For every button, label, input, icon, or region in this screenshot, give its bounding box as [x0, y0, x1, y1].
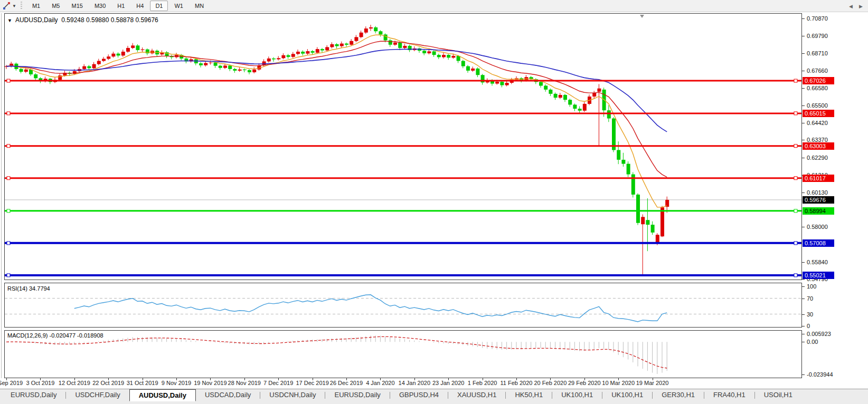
hline-handle[interactable] — [7, 242, 10, 245]
timeframe-button-w1[interactable]: W1 — [169, 1, 188, 11]
caret-down-icon[interactable]: ▼ — [12, 4, 16, 8]
hline-handle[interactable] — [7, 209, 10, 213]
candle — [656, 235, 659, 243]
candle — [335, 44, 339, 46]
candle — [243, 70, 247, 70]
rsi-line — [74, 295, 667, 322]
date-label: 19 Nov 2019 — [194, 380, 227, 386]
hline-0.58994[interactable] — [5, 209, 801, 213]
symbol-tab-uk100-9[interactable]: UK100,H1 — [552, 389, 602, 401]
macd-name: MACD(12,26,9) — [7, 332, 48, 339]
price-axis-label: 0.65500 — [807, 102, 828, 109]
tab-scroll-left-icon[interactable]: ◀ — [849, 4, 853, 9]
candle — [621, 160, 625, 164]
candle — [398, 43, 402, 48]
collapse-triangle-icon[interactable]: ▼ — [7, 18, 12, 23]
ma-mid-line — [6, 41, 667, 177]
date-label: 26 Dec 2019 — [330, 380, 363, 386]
candle — [92, 64, 96, 69]
candle — [369, 27, 373, 28]
timeframe-button-h4[interactable]: H4 — [131, 1, 149, 11]
hline-0.61017[interactable] — [5, 177, 801, 180]
price-axis-label: 0.60130 — [807, 189, 828, 196]
symbol-tab-usdcnh-4[interactable]: USDCNH,Daily — [260, 389, 325, 401]
hline-handle[interactable] — [7, 79, 10, 82]
timeframe-button-mn[interactable]: MN — [190, 1, 209, 11]
price-axis-tick — [802, 53, 805, 54]
candle — [651, 225, 655, 233]
chart-shift-marker[interactable] — [640, 15, 644, 18]
price-axis-tick — [802, 227, 805, 227]
hline-handle[interactable] — [7, 177, 10, 180]
candle — [384, 34, 388, 40]
symbol-tab-gbpusd-6[interactable]: GBPUSD,H4 — [390, 389, 448, 401]
symbol-tab-bar: EURUSD,DailyUSDCHF,DailyAUDUSD,DailyUSDC… — [0, 389, 868, 404]
hline-handle[interactable] — [794, 145, 797, 148]
candle — [277, 58, 280, 59]
symbol-tab-ger30-11[interactable]: GER30,H1 — [653, 389, 704, 401]
candle — [432, 51, 436, 55]
candle — [111, 54, 115, 57]
symbol-tab-eurusd-5[interactable]: EURUSD,Daily — [325, 389, 389, 401]
hline-0.57008[interactable] — [5, 242, 801, 245]
macd-canvas[interactable] — [5, 331, 801, 378]
candle — [126, 48, 130, 52]
hline-handle[interactable] — [794, 209, 797, 213]
timeframe-button-d1[interactable]: D1 — [150, 1, 168, 11]
symbol-tab-hk50-8[interactable]: HK50,H1 — [506, 389, 552, 401]
timeframe-button-m15[interactable]: M15 — [66, 1, 88, 11]
symbol-tab-xauusd-7[interactable]: XAUUSD,H1 — [448, 389, 505, 401]
price-axis-tick — [802, 123, 805, 123]
candle — [296, 52, 300, 54]
symbol-tab-uk100-10[interactable]: UK100,H1 — [602, 389, 652, 401]
candle — [374, 27, 378, 31]
symbol-tab-usoil-13[interactable]: USOil,H1 — [755, 389, 801, 401]
symbol-tab-fra40-12[interactable]: FRA40,H1 — [704, 389, 754, 401]
hline-handle[interactable] — [7, 112, 10, 115]
date-label: 31 Oct 2019 — [127, 380, 158, 386]
price-chart-canvas[interactable] — [5, 14, 801, 280]
symbol-tab-audusd-2[interactable]: AUDUSD,Daily — [129, 389, 196, 401]
symbol-tab-usdcad-3[interactable]: USDCAD,Daily — [196, 389, 260, 401]
hline-handle[interactable] — [794, 274, 797, 277]
candle — [573, 104, 577, 109]
toolbar-grip-handle[interactable] — [21, 2, 22, 10]
candle — [228, 65, 232, 69]
candle — [389, 40, 392, 44]
hline-0.55021[interactable] — [5, 274, 801, 277]
candle — [442, 55, 446, 57]
hline-handle[interactable] — [794, 177, 797, 180]
symbol-tab-usdchf-1[interactable]: USDCHF,Daily — [66, 389, 129, 401]
hline-handle[interactable] — [7, 145, 10, 148]
rsi-canvas[interactable] — [5, 283, 801, 327]
candle — [495, 82, 499, 83]
candle — [345, 44, 348, 45]
hline-0.65015[interactable] — [5, 112, 801, 115]
price-axis-tick — [802, 88, 805, 89]
symbol-tab-eurusd-0[interactable]: EURUSD,Daily — [2, 389, 65, 401]
timeframe-button-h1[interactable]: H1 — [112, 1, 130, 11]
line-studies-icon[interactable] — [2, 2, 12, 10]
timeframe-button-m1[interactable]: M1 — [27, 1, 45, 11]
timeframe-button-m5[interactable]: M5 — [46, 1, 65, 11]
candle — [500, 82, 504, 85]
price-axis-label: 0.55840 — [807, 259, 828, 265]
hline-handle[interactable] — [7, 274, 10, 277]
tab-scroll-right-icon[interactable]: ▶ — [859, 4, 863, 9]
candle — [568, 100, 572, 104]
hline-handle[interactable] — [794, 79, 797, 82]
candle — [281, 55, 285, 59]
hline-0.63003[interactable] — [5, 145, 801, 148]
candle — [661, 207, 664, 236]
candle — [316, 49, 319, 53]
window-left-edge — [1, 13, 2, 378]
date-label: 28 Nov 2019 — [228, 380, 261, 386]
timeframe-button-m30[interactable]: M30 — [89, 1, 111, 11]
hline-handle[interactable] — [794, 242, 797, 245]
candle — [204, 63, 207, 65]
candle — [627, 164, 630, 175]
candle — [20, 69, 23, 72]
candle — [107, 56, 110, 59]
hline-handle[interactable] — [794, 112, 797, 115]
hline-0.67026[interactable] — [5, 79, 801, 82]
